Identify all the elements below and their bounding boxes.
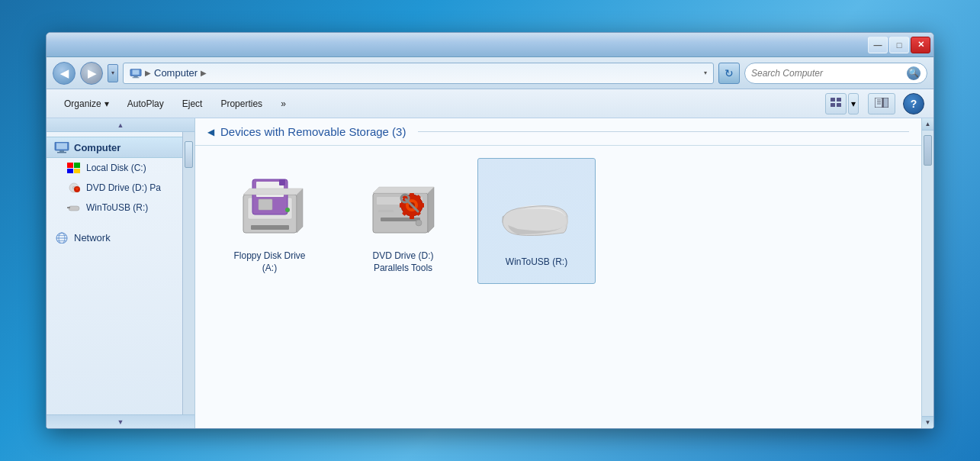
usb-drive-icon [499, 179, 575, 244]
address-path-bar[interactable]: ▶ Computer ▶ ▾ [123, 63, 714, 84]
scrollbar-down-button[interactable]: ▼ [922, 416, 933, 428]
nav-item-wintousb[interactable]: WinToUSB (R:) [47, 198, 182, 218]
scrollbar-track[interactable] [922, 131, 933, 416]
drive-item-dvd[interactable]: DVD Drive (D:) Parallels Tools [344, 158, 462, 284]
autoplay-label: AutoPlay [127, 98, 164, 109]
svg-rect-18 [74, 163, 80, 168]
svg-rect-38 [259, 199, 272, 210]
close-button[interactable]: ✕ [911, 37, 930, 53]
svg-point-46 [416, 220, 422, 226]
left-panel: ▲ Computer [47, 118, 195, 428]
nav-computer-label: Computer [74, 142, 120, 153]
svg-rect-14 [56, 143, 67, 149]
dvd-label: DVD Drive (D:) Parallels Tools [373, 250, 434, 274]
svg-rect-27 [67, 207, 70, 208]
view-icons-button[interactable] [825, 93, 847, 114]
address-chevron-1: ▶ [145, 69, 151, 77]
properties-button[interactable]: Properties [212, 93, 271, 114]
organize-button[interactable]: Organize ▾ [56, 93, 117, 114]
left-scroll-down[interactable]: ▼ [47, 414, 194, 428]
scrollbar-thumb[interactable] [924, 135, 932, 166]
view-dropdown-button[interactable]: ▾ [848, 93, 859, 114]
dvd-drive-icon [369, 172, 438, 240]
eject-label: Eject [182, 98, 203, 109]
svg-rect-17 [67, 163, 73, 168]
view-dropdown-icon: ▾ [851, 98, 856, 109]
forward-arrow-icon: ▶ [88, 67, 96, 79]
usb-icon-area [499, 174, 575, 250]
floppy-disk-icon [236, 172, 304, 240]
nav-item-local-disk[interactable]: Local Disk (C:) [47, 158, 182, 178]
forward-button[interactable]: ▶ [80, 62, 103, 85]
section-collapse-icon[interactable]: ◀ [207, 127, 214, 137]
search-input[interactable] [751, 68, 904, 79]
address-chevron-2: ▶ [201, 69, 207, 77]
computer-nav-icon [54, 141, 69, 153]
svg-rect-26 [69, 206, 79, 211]
svg-point-40 [285, 208, 290, 212]
more-icon: » [281, 98, 286, 109]
refresh-icon: ↻ [725, 67, 734, 79]
search-box[interactable]: 🔍 [744, 63, 927, 84]
help-button[interactable]: ? [903, 93, 924, 114]
minimize-button[interactable]: — [868, 37, 888, 53]
svg-marker-42 [243, 189, 303, 195]
refresh-button[interactable]: ↻ [718, 63, 740, 84]
section-divider [418, 131, 909, 132]
preview-pane-button[interactable] [868, 93, 895, 114]
view-icons-icon [831, 98, 841, 109]
nav-usb-label: WinToUSB (R:) [86, 202, 148, 213]
address-computer-label: Computer [154, 67, 198, 79]
title-bar: — □ ✕ [47, 33, 933, 57]
dvd-icon-area [365, 168, 442, 244]
right-panel: ◀ Devices with Removable Storage (3) [195, 118, 933, 428]
usb-nav-icon [66, 201, 82, 214]
address-bar: ◀ ▶ ▾ ▶ Computer ▶ ▾ ↻ [47, 57, 933, 89]
scrollbar-up-button[interactable]: ▲ [922, 118, 933, 131]
svg-rect-5 [837, 98, 841, 102]
svg-rect-56 [400, 203, 404, 208]
svg-rect-34 [251, 225, 289, 230]
more-button[interactable]: » [272, 93, 294, 114]
drives-grid: Floppy Disk Drive (A:) [195, 146, 921, 296]
left-scrollbar[interactable] [182, 132, 194, 414]
organize-dropdown-icon: ▾ [104, 98, 109, 109]
svg-rect-2 [133, 76, 137, 77]
minimize-icon: — [874, 40, 882, 50]
section-title: Devices with Removable Storage (3) [220, 125, 406, 138]
svg-rect-7 [837, 103, 841, 107]
svg-rect-8 [875, 98, 882, 108]
svg-rect-39 [279, 179, 285, 185]
chevron-down-icon: ▾ [111, 69, 114, 76]
nav-spacer [47, 218, 182, 227]
main-content: ▲ Computer [47, 118, 933, 428]
drive-item-usb[interactable]: WinToUSB (R:) [477, 158, 596, 284]
nav-item-dvd-drive[interactable]: DVD Drive (D:) Pa [47, 178, 182, 198]
right-scrollbar: ▲ ▼ [921, 118, 933, 428]
computer-icon [130, 67, 142, 79]
back-button[interactable]: ◀ [53, 62, 76, 85]
svg-marker-48 [428, 187, 434, 233]
svg-rect-57 [419, 203, 424, 208]
autoplay-button[interactable]: AutoPlay [119, 93, 172, 114]
left-scroll-up[interactable]: ▲ [47, 118, 194, 132]
eject-button[interactable]: Eject [174, 93, 211, 114]
svg-rect-55 [410, 214, 414, 219]
svg-rect-1 [133, 69, 140, 74]
drive-item-floppy[interactable]: Floppy Disk Drive (A:) [210, 158, 329, 284]
floppy-icon-area [232, 168, 308, 244]
nav-item-network[interactable]: Network [47, 227, 182, 248]
left-panel-inner: Computer Local Disk (C:) [47, 132, 194, 428]
maximize-icon: □ [897, 40, 902, 50]
properties-label: Properties [220, 98, 262, 109]
nav-dropdown-button[interactable]: ▾ [108, 64, 118, 82]
left-scrollbar-thumb[interactable] [185, 141, 193, 168]
search-button[interactable]: 🔍 [907, 66, 921, 80]
svg-rect-54 [410, 193, 414, 198]
explorer-window: — □ ✕ ◀ ▶ ▾ [46, 32, 934, 429]
search-icon: 🔍 [908, 68, 919, 78]
nav-item-computer[interactable]: Computer [47, 137, 182, 158]
address-dropdown-arrow[interactable]: ▾ [704, 69, 707, 76]
svg-marker-41 [297, 189, 303, 233]
maximize-button[interactable]: □ [889, 37, 909, 53]
